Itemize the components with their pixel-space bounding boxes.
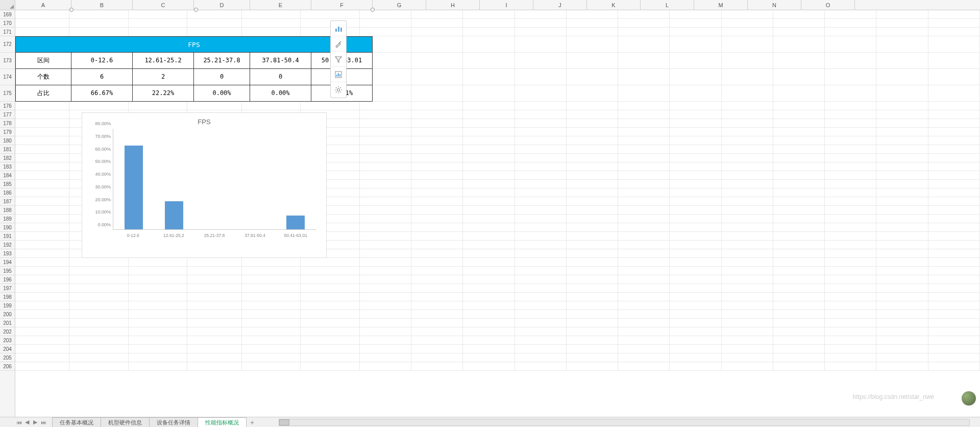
row-header[interactable]: 185 xyxy=(0,180,15,188)
row-header[interactable]: 206 xyxy=(0,362,15,371)
row-header[interactable]: 183 xyxy=(0,162,15,171)
col-header[interactable]: K xyxy=(587,0,641,10)
brush-icon[interactable] xyxy=(331,36,346,52)
row-header[interactable]: 179 xyxy=(0,128,15,136)
tab-nav-next-icon[interactable]: ▶ xyxy=(32,419,39,426)
row-header[interactable]: 192 xyxy=(0,241,15,249)
gear-icon[interactable] xyxy=(331,82,346,98)
row-header[interactable]: 170 xyxy=(0,19,15,28)
row-header[interactable]: 178 xyxy=(0,119,15,128)
row-header[interactable]: 193 xyxy=(0,249,15,258)
row-header[interactable]: 201 xyxy=(0,319,15,327)
row-header[interactable]: 205 xyxy=(0,353,15,362)
row-header[interactable]: 191 xyxy=(0,232,15,241)
svg-rect-5 xyxy=(338,73,339,77)
row-header[interactable]: 187 xyxy=(0,197,15,206)
row-header[interactable]: 180 xyxy=(0,136,15,145)
table-row-label[interactable]: 区间 xyxy=(15,53,71,69)
scrollbar-thumb[interactable] xyxy=(279,419,289,425)
filter-icon[interactable] xyxy=(331,52,346,67)
sheet-tab[interactable]: 性能指标概况 xyxy=(198,417,247,428)
sheet-tab[interactable]: 机型硬件信息 xyxy=(101,417,150,428)
col-header[interactable]: L xyxy=(641,0,694,10)
row-header[interactable]: 182 xyxy=(0,154,15,162)
table-cell[interactable]: 0 xyxy=(250,69,311,85)
row-header[interactable]: 184 xyxy=(0,171,15,180)
row-header[interactable]: 186 xyxy=(0,188,15,197)
chart-bar[interactable] xyxy=(125,146,143,229)
chart-bar[interactable] xyxy=(286,216,305,229)
chart-type-icon[interactable] xyxy=(331,21,346,36)
row-header[interactable]: 196 xyxy=(0,275,15,284)
fps-bar-chart[interactable]: FPS 0.00%10.00%20.00%30.00%40.00%50.00%6… xyxy=(82,112,327,258)
col-header[interactable]: F xyxy=(311,0,373,10)
table-cell[interactable]: 0 xyxy=(194,69,250,85)
sheet-tab[interactable]: 设备任务详情 xyxy=(149,417,198,428)
row-header[interactable]: 169 xyxy=(0,10,15,19)
sheet-tab[interactable]: 任务基本概况 xyxy=(52,417,101,428)
table-cell[interactable]: 25.21-37.8 xyxy=(194,53,250,69)
row-header[interactable]: 204 xyxy=(0,345,15,353)
chart-bar[interactable] xyxy=(165,201,183,229)
row-header[interactable]: 188 xyxy=(0,206,15,215)
row-header[interactable]: 194 xyxy=(0,258,15,267)
table-row-label[interactable]: 占比 xyxy=(15,85,71,102)
svg-rect-2 xyxy=(340,28,342,32)
row-header[interactable]: 174 xyxy=(0,69,15,85)
chart-style-icon[interactable] xyxy=(331,67,346,82)
table-title-cell[interactable]: FPS xyxy=(15,36,373,53)
table-cell[interactable]: 0-12.6 xyxy=(71,53,133,69)
row-header[interactable]: 199 xyxy=(0,301,15,310)
table-cell[interactable]: 2 xyxy=(133,69,194,85)
col-header[interactable]: O xyxy=(801,0,855,10)
col-header[interactable]: B xyxy=(71,0,133,10)
col-header[interactable]: C xyxy=(133,0,194,10)
row-header[interactable]: 202 xyxy=(0,327,15,336)
selection-handle[interactable] xyxy=(371,8,375,12)
col-header[interactable]: N xyxy=(748,0,801,10)
tab-nav-last-icon[interactable]: ⏭ xyxy=(40,419,47,426)
row-header[interactable]: 190 xyxy=(0,223,15,232)
tab-nav-prev-icon[interactable]: ◀ xyxy=(23,419,31,426)
row-header[interactable]: 173 xyxy=(0,53,15,69)
avatar[interactable] xyxy=(962,391,976,406)
chart-x-tick: 12.61-25.2 xyxy=(154,231,194,241)
horizontal-scrollbar[interactable] xyxy=(279,419,970,426)
table-cell[interactable]: 0.00% xyxy=(250,85,311,102)
row-header[interactable]: 181 xyxy=(0,145,15,154)
row-header[interactable]: 198 xyxy=(0,293,15,301)
row-header[interactable]: 195 xyxy=(0,267,15,275)
add-sheet-button[interactable]: + xyxy=(246,418,258,426)
col-header[interactable]: A xyxy=(15,0,71,10)
col-header[interactable]: J xyxy=(533,0,587,10)
tab-nav-first-icon[interactable]: ⏮ xyxy=(15,419,22,426)
table-cell[interactable]: 6 xyxy=(71,69,133,85)
row-header[interactable]: 203 xyxy=(0,336,15,345)
selection-handle[interactable] xyxy=(194,8,198,12)
col-header[interactable]: G xyxy=(373,0,426,10)
col-header[interactable]: D xyxy=(194,0,250,10)
table-cell[interactable]: 66.67% xyxy=(71,85,133,102)
col-header[interactable]: M xyxy=(694,0,748,10)
row-header[interactable]: 175 xyxy=(0,85,15,102)
select-all-corner[interactable] xyxy=(0,0,15,10)
row-header[interactable]: 200 xyxy=(0,310,15,319)
table-cell[interactable]: 0.00% xyxy=(194,85,250,102)
col-header[interactable]: E xyxy=(250,0,311,10)
table-cell[interactable]: 12.61-25.2 xyxy=(133,53,194,69)
selection-handle[interactable] xyxy=(69,8,74,12)
col-header[interactable]: I xyxy=(480,0,533,10)
chart-y-tick: 50.00% xyxy=(95,159,111,164)
row-header[interactable]: 171 xyxy=(0,28,15,36)
row-header[interactable]: 172 xyxy=(0,36,15,53)
row-header[interactable]: 176 xyxy=(0,102,15,110)
col-header[interactable]: H xyxy=(426,0,480,10)
row-header[interactable]: 197 xyxy=(0,284,15,293)
spreadsheet-grid[interactable]: FPS 区间 0-12.6 12.61-25.2 25.21-37.8 37.8… xyxy=(15,10,980,417)
row-header[interactable]: 177 xyxy=(0,110,15,119)
table-cell[interactable]: 37.81-50.4 xyxy=(250,53,311,69)
chart-y-tick: 40.00% xyxy=(95,172,111,177)
table-cell[interactable]: 22.22% xyxy=(133,85,194,102)
table-row-label[interactable]: 个数 xyxy=(15,69,71,85)
row-header[interactable]: 189 xyxy=(0,215,15,223)
